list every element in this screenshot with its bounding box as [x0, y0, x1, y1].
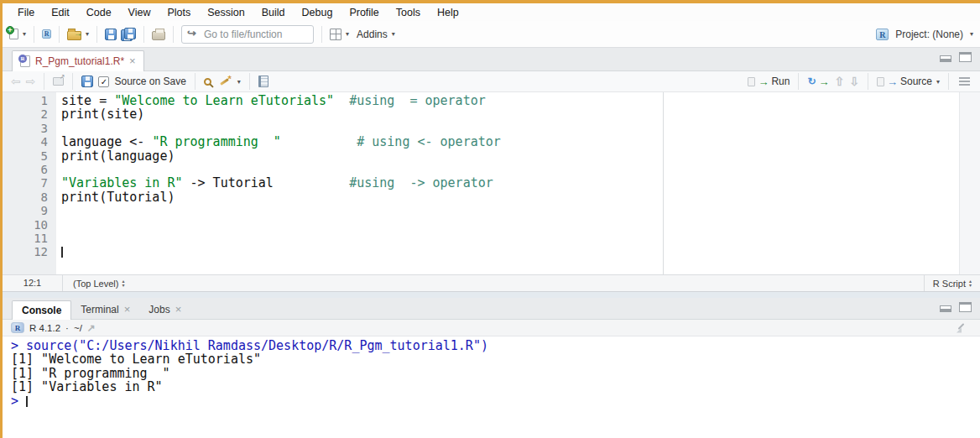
console-header: R R 4.1.2 · ~/ ↗ — [3, 320, 980, 336]
open-in-new-window-icon[interactable] — [53, 77, 64, 86]
close-icon[interactable]: × — [129, 57, 136, 65]
tab-jobs[interactable]: Jobs× — [139, 300, 190, 319]
code-text: print(Tutorial) — [56, 190, 175, 204]
menu-help[interactable]: Help — [429, 7, 467, 18]
divider — [143, 26, 144, 43]
file-type-spinner-icon: ▴▾ — [969, 279, 972, 287]
console-line-output: [1] "Variables in R" — [3, 380, 980, 394]
rerun-button[interactable]: ↻ → — [807, 76, 829, 88]
run-doc-icon — [748, 77, 755, 86]
code-editor[interactable]: 1site = "Welcome to Learn eTutorials" #u… — [3, 92, 980, 274]
source-pane-buttons — [940, 52, 972, 62]
save-icon[interactable] — [105, 29, 117, 40]
editor-line[interactable]: 2print(site) — [3, 107, 980, 121]
close-icon[interactable]: × — [175, 305, 182, 314]
tab-console[interactable]: Console — [12, 300, 71, 320]
clear-console-icon[interactable] — [956, 322, 968, 334]
tab-label: Jobs — [149, 304, 169, 315]
code-text — [56, 232, 61, 245]
open-file-button[interactable]: → ▾ — [67, 29, 89, 40]
code-text: site = "Welcome to Learn eTutorials" #us… — [56, 94, 486, 107]
menu-edit[interactable]: Edit — [43, 7, 78, 18]
editor-scrollbar[interactable] — [959, 92, 980, 274]
project-dropdown-icon: ▾ — [970, 30, 973, 38]
new-project-icon: R — [42, 29, 51, 39]
goto-file-input[interactable] — [181, 25, 314, 44]
scope-selector[interactable]: (Top Level) ▴▾ — [73, 279, 124, 289]
console-line-prompt: > — [3, 394, 980, 408]
goto-directory-icon[interactable]: ↗ — [87, 322, 96, 334]
editor-line[interactable]: 6 — [3, 163, 980, 176]
print-icon[interactable] — [152, 31, 165, 40]
rstudio-window: FileEditCodeViewPlotsSessionBuildDebugPr… — [0, 0, 980, 438]
file-type-label: R Script — [933, 279, 966, 289]
panes-layout-icon — [330, 29, 341, 40]
menu-build[interactable]: Build — [253, 7, 294, 18]
source-tab-title: R_Pgm_tutorial1.R* — [35, 55, 124, 67]
tab-terminal[interactable]: Terminal× — [71, 300, 139, 319]
back-icon[interactable]: ⇦ — [11, 75, 21, 88]
code-text: print(site) — [56, 107, 144, 121]
editor-line[interactable]: 7"Variables in R" -> Tutorial #using -> … — [3, 176, 980, 190]
source-statusbar: 12:1 (Top Level) ▴▾ R Script ▴▾ — [3, 274, 980, 292]
new-file-dropdown-icon[interactable]: ▾ — [23, 30, 26, 38]
code-text — [56, 245, 63, 258]
divider — [173, 26, 174, 43]
divider — [59, 26, 60, 43]
pane-splitter[interactable] — [3, 292, 980, 298]
go-previous-section-icon[interactable]: ⇧ — [834, 75, 844, 88]
source-tab[interactable]: R_Pgm_tutorial1.R* × — [12, 50, 144, 71]
editor-line[interactable]: 5print(language) — [3, 149, 980, 163]
code-text — [56, 163, 61, 176]
minimize-pane-icon[interactable] — [940, 55, 951, 62]
tab-label: Terminal — [81, 304, 118, 315]
menu-tools[interactable]: Tools — [388, 7, 429, 18]
editor-line[interactable]: 9 — [3, 204, 980, 217]
working-directory[interactable]: ~/ — [74, 323, 82, 333]
menu-code[interactable]: Code — [78, 7, 120, 18]
new-file-button[interactable]: + ▾ — [9, 29, 26, 39]
editor-line[interactable]: 1site = "Welcome to Learn eTutorials" #u… — [3, 94, 980, 107]
code-text: language <- "R programming " # using <- … — [56, 135, 501, 149]
compile-report-icon[interactable] — [258, 76, 268, 87]
menu-profile[interactable]: Profile — [341, 7, 387, 18]
go-next-section-icon[interactable]: ⇩ — [849, 75, 859, 88]
menu-plots[interactable]: Plots — [159, 7, 199, 18]
editor-line[interactable]: 3 — [3, 122, 980, 135]
close-icon[interactable]: × — [124, 305, 131, 314]
editor-line[interactable]: 8print(Tutorial) — [3, 190, 980, 204]
file-type-selector[interactable]: R Script ▴▾ — [924, 275, 980, 291]
code-tools-icon[interactable] — [219, 76, 231, 87]
source-dropdown-icon[interactable]: ▾ — [936, 78, 940, 86]
source-button[interactable]: → Source ▾ — [877, 76, 940, 88]
save-all-icon[interactable] — [121, 28, 136, 41]
menu-file[interactable]: File — [9, 7, 43, 18]
editor-line[interactable]: 11 — [3, 232, 980, 245]
addins-button[interactable]: Addins ▾ — [353, 29, 395, 40]
panes-dropdown-icon[interactable]: ▾ — [346, 30, 349, 38]
run-button[interactable]: → Run — [748, 76, 790, 88]
project-menu-button[interactable]: R Project: (None) ▾ — [876, 29, 973, 40]
open-file-dropdown-icon[interactable]: ▾ — [86, 30, 89, 38]
document-outline-icon[interactable] — [959, 81, 970, 82]
menu-debug[interactable]: Debug — [294, 7, 341, 18]
code-text: "Variables in R" -> Tutorial #using -> o… — [56, 176, 493, 190]
tab-label: Console — [22, 305, 61, 316]
menu-session[interactable]: Session — [199, 7, 253, 18]
maximize-pane-icon[interactable] — [959, 52, 972, 62]
editor-line[interactable]: 10 — [3, 218, 980, 232]
save-icon[interactable] — [81, 76, 93, 87]
console-output[interactable]: > source("C:/Users/Nikhil Ramdass/Deskto… — [3, 336, 980, 438]
editor-line[interactable]: 4language <- "R programming " # using <-… — [3, 135, 980, 149]
editor-line[interactable]: 12 — [3, 245, 980, 258]
menu-view[interactable]: View — [120, 7, 159, 18]
console-cursor — [26, 396, 28, 407]
maximize-pane-icon[interactable] — [959, 302, 972, 312]
source-on-save-checkbox[interactable]: ✓ — [98, 76, 109, 87]
new-project-button[interactable]: R — [42, 29, 51, 39]
minimize-pane-icon[interactable] — [940, 305, 951, 312]
find-replace-icon[interactable] — [204, 78, 211, 86]
forward-icon[interactable]: ⇨ — [26, 75, 36, 88]
panes-layout-button[interactable]: ▾ — [330, 29, 349, 40]
code-tools-dropdown-icon[interactable]: ▾ — [237, 78, 241, 86]
